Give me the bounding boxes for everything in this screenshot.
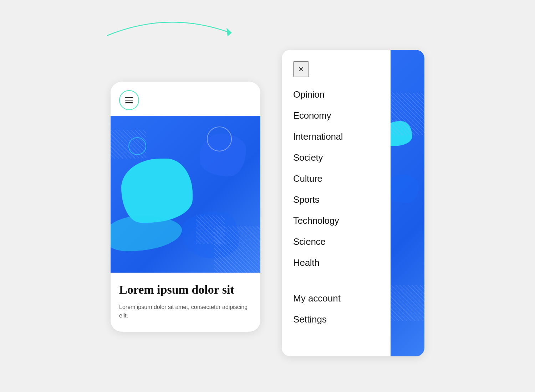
blob-shape-1 — [121, 159, 193, 223]
deco-blob-2 — [391, 175, 419, 203]
phone-card: Lorem ipsum dolor sit Lorem ipsum dolor … — [111, 82, 260, 332]
arrow-annotation — [78, 7, 257, 50]
hero-image — [111, 116, 260, 273]
card-content: Lorem ipsum dolor sit Lorem ipsum dolor … — [111, 273, 260, 332]
card-title: Lorem ipsum dolor sit — [119, 283, 252, 297]
hatching-pattern-3 — [196, 216, 225, 244]
menu-close-button[interactable]: × — [293, 61, 309, 77]
svg-marker-0 — [226, 28, 232, 36]
blob-shape-4 — [111, 216, 182, 251]
menu-right-decoration — [391, 50, 424, 356]
hamburger-line-2 — [125, 100, 133, 101]
hatching-pattern-2 — [111, 130, 146, 159]
card-description: Lorem ipsum dolor sit amet, consectetur … — [119, 303, 252, 321]
hamburger-line-3 — [125, 102, 133, 103]
menu-card: × Opinion Economy International Society … — [282, 50, 424, 356]
hamburger-line-1 — [125, 97, 133, 98]
phone-header — [111, 82, 260, 116]
scene: Lorem ipsum dolor sit Lorem ipsum dolor … — [0, 0, 535, 392]
circle-decoration-2 — [207, 127, 232, 151]
deco-hatch-2 — [391, 285, 424, 321]
deco-hatch-1 — [391, 93, 424, 135]
hamburger-button[interactable] — [119, 90, 139, 110]
